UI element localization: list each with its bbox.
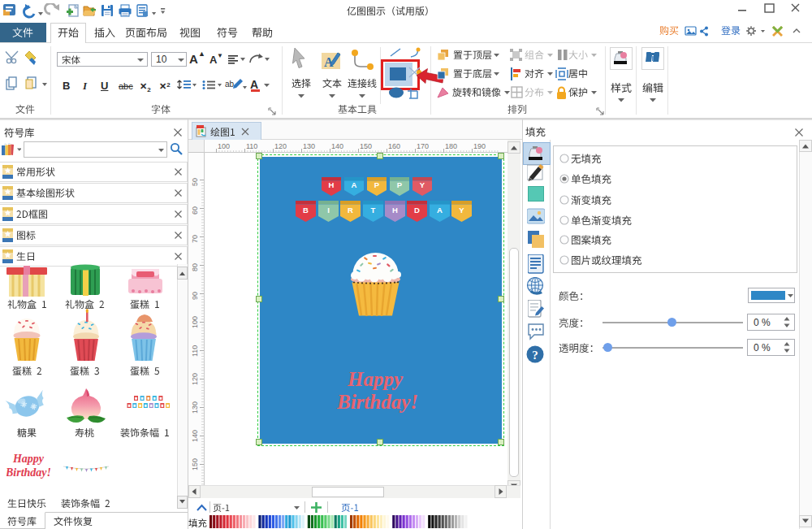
svg-text:Birthday!: Birthday! bbox=[336, 391, 418, 413]
svg-text:140: 140 bbox=[331, 142, 343, 150]
svg-text:50: 50 bbox=[191, 178, 199, 186]
svg-text:Birthday!: Birthday! bbox=[6, 466, 50, 479]
svg-text:H: H bbox=[329, 180, 335, 189]
svg-text:I: I bbox=[327, 206, 330, 215]
svg-text:100: 100 bbox=[218, 142, 230, 150]
svg-text:D: D bbox=[414, 206, 420, 215]
svg-text:Y: Y bbox=[420, 180, 425, 189]
svg-text:80: 80 bbox=[191, 263, 199, 271]
svg-text:190: 190 bbox=[473, 142, 486, 150]
svg-text:140: 140 bbox=[191, 430, 199, 442]
svg-text:A: A bbox=[352, 180, 357, 189]
svg-text:100: 100 bbox=[191, 316, 199, 328]
svg-text:Y: Y bbox=[459, 206, 464, 215]
svg-text:H: H bbox=[392, 206, 398, 215]
svg-text:R: R bbox=[348, 206, 353, 215]
svg-text:120: 120 bbox=[274, 142, 287, 150]
svg-text:Happy: Happy bbox=[347, 368, 404, 390]
svg-text:70: 70 bbox=[191, 235, 199, 243]
svg-text:90: 90 bbox=[191, 292, 199, 300]
svg-text:170: 170 bbox=[417, 142, 429, 150]
svg-text:T: T bbox=[371, 206, 376, 215]
svg-text:150: 150 bbox=[191, 458, 199, 470]
svg-text:Happy: Happy bbox=[12, 453, 45, 465]
svg-text:60: 60 bbox=[191, 206, 199, 215]
svg-text:150: 150 bbox=[360, 142, 372, 150]
svg-text:P: P bbox=[397, 180, 403, 189]
svg-text:?: ? bbox=[532, 349, 538, 362]
svg-text:120: 120 bbox=[191, 373, 199, 385]
svg-text:B: B bbox=[303, 206, 309, 215]
svg-text:A: A bbox=[437, 206, 443, 215]
svg-text:160: 160 bbox=[388, 142, 400, 150]
svg-text:P: P bbox=[374, 180, 380, 189]
svg-text:130: 130 bbox=[303, 142, 315, 150]
svg-text:110: 110 bbox=[191, 345, 199, 357]
svg-text:ab: ab bbox=[225, 80, 235, 89]
svg-text:180: 180 bbox=[445, 142, 457, 150]
svg-text:110: 110 bbox=[246, 142, 257, 150]
svg-text:130: 130 bbox=[191, 401, 199, 414]
